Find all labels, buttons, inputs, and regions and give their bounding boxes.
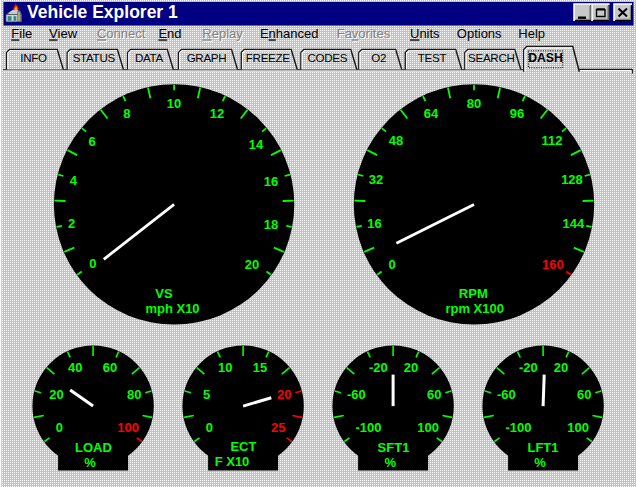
svg-text:20: 20 [554, 360, 568, 375]
svg-text:16: 16 [367, 216, 381, 231]
svg-text:60: 60 [577, 387, 591, 402]
svg-text:-100: -100 [505, 420, 531, 435]
svg-text:0: 0 [388, 257, 395, 272]
svg-text:10: 10 [167, 96, 181, 111]
svg-text:80: 80 [127, 387, 141, 402]
svg-text:VS: VS [155, 286, 173, 301]
svg-text:40: 40 [68, 360, 82, 375]
svg-text:%: % [84, 455, 96, 470]
svg-text:100: 100 [567, 420, 589, 435]
svg-text:20: 20 [49, 387, 63, 402]
svg-text:10: 10 [218, 360, 232, 375]
svg-text:12: 12 [210, 106, 224, 121]
svg-text:-20: -20 [369, 360, 388, 375]
svg-text:160: 160 [542, 257, 564, 272]
svg-text:File: File [11, 26, 32, 41]
svg-text:Help: Help [518, 26, 545, 41]
svg-text:%: % [534, 455, 546, 470]
svg-text:Enhanced: Enhanced [260, 26, 319, 41]
svg-text:60: 60 [103, 360, 117, 375]
svg-text:O2: O2 [371, 51, 386, 64]
svg-text:LOAD: LOAD [75, 440, 112, 455]
svg-text:14: 14 [249, 137, 264, 152]
svg-text:TEST: TEST [418, 51, 447, 64]
svg-text:DASH: DASH [528, 51, 563, 65]
svg-text:4: 4 [70, 173, 78, 188]
svg-text:20: 20 [404, 360, 418, 375]
svg-text:80: 80 [467, 96, 481, 111]
svg-text:Replay: Replay [202, 26, 243, 41]
svg-text:INFO: INFO [20, 51, 47, 64]
svg-text:View: View [49, 26, 78, 41]
svg-text:ECT: ECT [230, 439, 256, 454]
svg-text:STATUS: STATUS [73, 51, 116, 64]
svg-text:GRAPH: GRAPH [187, 51, 227, 64]
svg-text:Options: Options [457, 26, 502, 41]
svg-text:%: % [385, 455, 397, 470]
svg-text:128: 128 [561, 172, 583, 187]
svg-text:rpm X100: rpm X100 [445, 301, 504, 316]
svg-text:8: 8 [123, 106, 130, 121]
svg-text:64: 64 [424, 106, 439, 121]
svg-text:-20: -20 [519, 360, 538, 375]
svg-text:32: 32 [369, 172, 383, 187]
svg-text:5: 5 [203, 387, 210, 402]
svg-text:SEARCH: SEARCH [468, 51, 515, 64]
svg-text:2: 2 [68, 216, 75, 231]
svg-text:20: 20 [277, 387, 291, 402]
svg-text:F X10: F X10 [215, 454, 250, 469]
svg-text:100: 100 [417, 420, 439, 435]
svg-text:LFT1: LFT1 [527, 440, 558, 455]
svg-text:End: End [158, 26, 181, 41]
svg-text:0: 0 [206, 420, 213, 435]
svg-text:FREEZE: FREEZE [246, 51, 291, 64]
svg-text:60: 60 [427, 387, 441, 402]
svg-text:0: 0 [89, 256, 96, 271]
svg-text:6: 6 [88, 134, 95, 149]
svg-text:100: 100 [117, 420, 139, 435]
svg-text:112: 112 [542, 133, 563, 148]
svg-text:0: 0 [56, 420, 63, 435]
svg-text:20: 20 [245, 257, 259, 272]
svg-text:48: 48 [389, 133, 403, 148]
svg-text:Vehicle Explorer 1: Vehicle Explorer 1 [27, 2, 178, 22]
svg-text:16: 16 [264, 174, 278, 189]
svg-text:Favorites: Favorites [337, 26, 391, 41]
svg-text:96: 96 [510, 106, 524, 121]
svg-text:-100: -100 [355, 420, 381, 435]
svg-text:18: 18 [264, 217, 278, 232]
svg-text:15: 15 [253, 360, 267, 375]
svg-text:RPM: RPM [459, 286, 488, 301]
svg-text:mph X10: mph X10 [145, 301, 199, 316]
svg-text:CODES: CODES [307, 51, 347, 64]
svg-text:-60: -60 [347, 387, 366, 402]
svg-text:Connect: Connect [97, 26, 146, 41]
svg-text:144: 144 [563, 216, 585, 231]
svg-text:Units: Units [410, 26, 440, 41]
svg-text:-60: -60 [497, 387, 516, 402]
svg-text:25: 25 [271, 420, 285, 435]
svg-text:SFT1: SFT1 [378, 440, 410, 455]
svg-text:DATA: DATA [135, 51, 164, 64]
